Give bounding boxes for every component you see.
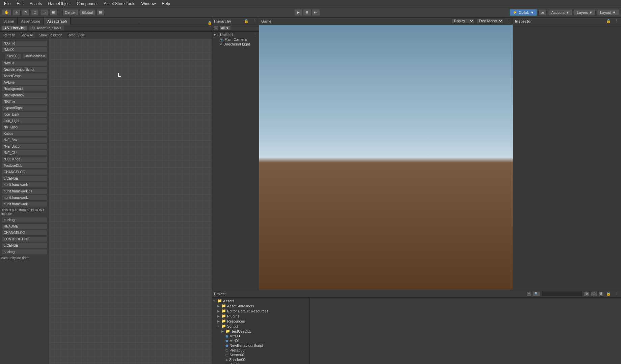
menu-help[interactable]: Help: [159, 1, 173, 7]
node-aaline[interactable]: AALine: [1, 80, 47, 85]
project-search-btn[interactable]: 🔍: [533, 291, 540, 296]
layers-dropdown[interactable]: Layers ▼: [574, 9, 596, 16]
node-background[interactable]: *background: [1, 86, 47, 92]
show-all-btn[interactable]: Show All: [19, 33, 35, 37]
tree-assets[interactable]: ▾ 📁 Assets: [212, 298, 309, 303]
node-license-1[interactable]: LICENSE: [1, 176, 47, 181]
node-tex00[interactable]: *Tex00: [5, 53, 22, 59]
node-contributing[interactable]: CONTRIBUTING: [1, 236, 47, 242]
tree-resources[interactable]: ▶ 📁 Resources: [212, 318, 309, 324]
tree-scripts[interactable]: ▾ 📁 Scripts: [212, 324, 309, 329]
node-nunit-1[interactable]: nunit.framework: [1, 182, 47, 188]
node-shader[interactable]: Unlit/Shader00: [22, 53, 47, 59]
reset-view-btn[interactable]: Reset View: [65, 33, 86, 37]
hier-main-camera[interactable]: 📷 Main Camera: [213, 37, 258, 42]
aspect-select[interactable]: Free Aspect: [477, 19, 504, 24]
menu-file[interactable]: File: [1, 1, 13, 7]
tool-hand[interactable]: ✋: [2, 9, 11, 16]
collab-button[interactable]: ⚡ Collab ▼: [510, 9, 537, 16]
node-assetgraph[interactable]: AssetGraph: [1, 73, 47, 79]
node-newbehaviourscript[interactable]: NewBehaviourScript: [1, 67, 47, 72]
node-background2[interactable]: *background2: [1, 92, 47, 98]
subtab-dl[interactable]: DL AssetStoreTools: [29, 26, 64, 31]
tree-mtrl00[interactable]: ▶ ⬟ Mtrl00: [212, 334, 309, 338]
tree-plugins[interactable]: ▶ 📁 Plugins: [212, 313, 309, 318]
step-button[interactable]: ⏭: [312, 9, 320, 16]
scene-menu-icon[interactable]: ⋮: [253, 33, 257, 37]
node-bgtile-1[interactable]: *BGTile: [1, 40, 47, 46]
node-changelog-1[interactable]: CHANGELOG: [1, 169, 47, 175]
tree-newbehaviourscript[interactable]: ▶ ⬟ NewBehaviourScript: [212, 343, 309, 348]
node-bgtile-2[interactable]: *BGTile: [1, 99, 47, 104]
tree-shader00[interactable]: ▶ ◈ Shader00: [212, 357, 309, 362]
menu-component[interactable]: Component: [74, 1, 100, 7]
hierarchy-menu-btn[interactable]: ⋮: [251, 19, 257, 24]
panel-menu-icon[interactable]: ⋮: [137, 21, 141, 25]
account-dropdown[interactable]: Account ▼: [548, 9, 572, 16]
menu-gameobject[interactable]: GameObject: [45, 1, 73, 7]
inspector-menu-btn[interactable]: ⋮: [613, 19, 619, 24]
node-readme[interactable]: README: [1, 223, 47, 229]
node-changelog-2[interactable]: CHANGELOG: [1, 230, 47, 236]
tool-move[interactable]: ✛: [13, 9, 21, 16]
tool-rotate[interactable]: ↻: [22, 9, 30, 16]
node-mtrl01[interactable]: *Mtrl01: [1, 60, 47, 66]
menu-edit[interactable]: Edit: [14, 1, 26, 7]
tool-rect[interactable]: ▭: [40, 9, 48, 16]
node-license-2[interactable]: LICENSE: [1, 243, 47, 248]
custom-tool-button[interactable]: ⊞: [97, 9, 104, 16]
hierarchy-lock-btn[interactable]: 🔒: [243, 19, 250, 24]
node-in-knob[interactable]: *In_Knob: [1, 124, 47, 130]
tab-scene[interactable]: Scene: [0, 18, 18, 25]
project-search-input[interactable]: [542, 291, 582, 296]
hierarchy-search-btn[interactable]: All ▼: [219, 26, 231, 31]
node-icon-light[interactable]: Icon_Light: [1, 118, 47, 124]
tab-assetgraph[interactable]: AssetGraph: [44, 18, 71, 25]
refresh-btn[interactable]: Refresh: [1, 33, 17, 37]
graph-canvas[interactable]: *BGTile *Mtrl00 *Tex00 Unlit/Shader00 *M…: [0, 39, 212, 364]
node-expandright[interactable]: expandRight: [1, 105, 47, 111]
node-package-2[interactable]: package: [1, 249, 47, 255]
project-size-btn[interactable]: 8: [598, 291, 604, 296]
node-ne-box[interactable]: *NE_Box: [1, 137, 47, 143]
node-mtrl00[interactable]: *Mtrl00: [1, 47, 47, 53]
tab-assetstore[interactable]: Asset Store: [18, 18, 44, 25]
panel-lock-icon[interactable]: 🔒: [208, 21, 212, 25]
tree-testusedll[interactable]: ▶ 📁 TestUseDLL: [212, 329, 309, 334]
node-icon-dark[interactable]: Icon_Dark: [1, 112, 47, 117]
layout-dropdown[interactable]: Layout ▼: [597, 9, 619, 16]
pause-button[interactable]: ⏸: [303, 9, 311, 16]
hier-scene-untitled[interactable]: ▾ ⊙ Untitled ⋮: [213, 32, 258, 37]
tree-mtrl01[interactable]: ▶ ⬟ Mtrl01: [212, 338, 309, 343]
node-nunit-2[interactable]: nunit.framework: [1, 195, 47, 201]
inspector-lock-btn[interactable]: 🔒: [605, 19, 612, 24]
project-menu-btn[interactable]: ⋮: [613, 291, 619, 296]
tree-scene00[interactable]: ▶ ⬡ Scene00: [212, 353, 309, 357]
project-refresh-btn[interactable]: ↻: [584, 291, 590, 296]
tree-assetstoretools[interactable]: ▶ 📁 AssetStoreTools: [212, 303, 309, 308]
node-ne-gui[interactable]: *NE_GUI: [1, 150, 47, 156]
node-knobs[interactable]: Knobs: [1, 131, 47, 136]
node-out-knob[interactable]: *Out_Knob: [1, 156, 47, 162]
game-menu-btn[interactable]: ⋮: [505, 19, 511, 24]
menu-window[interactable]: Window: [139, 1, 159, 7]
node-testusedll[interactable]: TestUseDLL: [1, 163, 47, 169]
hierarchy-add-btn[interactable]: +: [213, 26, 219, 31]
node-ne-button[interactable]: *NE_Button: [1, 144, 47, 149]
center-button[interactable]: Center: [62, 9, 78, 16]
tree-editor-resources[interactable]: ▶ 📁 Editor Default Resources: [212, 308, 309, 313]
project-toggle-btn[interactable]: ⊡: [591, 291, 597, 296]
tree-prefab00[interactable]: ▶ ⬡ Prefab00: [212, 348, 309, 353]
hier-directional-light[interactable]: ☀ Directional Light: [213, 42, 258, 47]
project-lock-btn[interactable]: 🔒: [605, 291, 612, 296]
menu-assets[interactable]: Assets: [27, 1, 45, 7]
project-add-btn[interactable]: +: [526, 291, 532, 296]
tool-transform[interactable]: ⊞: [50, 9, 57, 16]
node-nunit-dll[interactable]: nunit.framework.dll: [1, 188, 47, 194]
show-selection-btn[interactable]: Show Selection: [37, 33, 64, 37]
node-package-1[interactable]: package: [1, 217, 47, 223]
subtab-checklist[interactable]: AS_Checklist: [1, 26, 27, 31]
cloud-button[interactable]: ☁: [538, 9, 547, 16]
node-nunit-3[interactable]: nunit.framework: [1, 201, 47, 207]
play-button[interactable]: ▶: [294, 9, 302, 16]
